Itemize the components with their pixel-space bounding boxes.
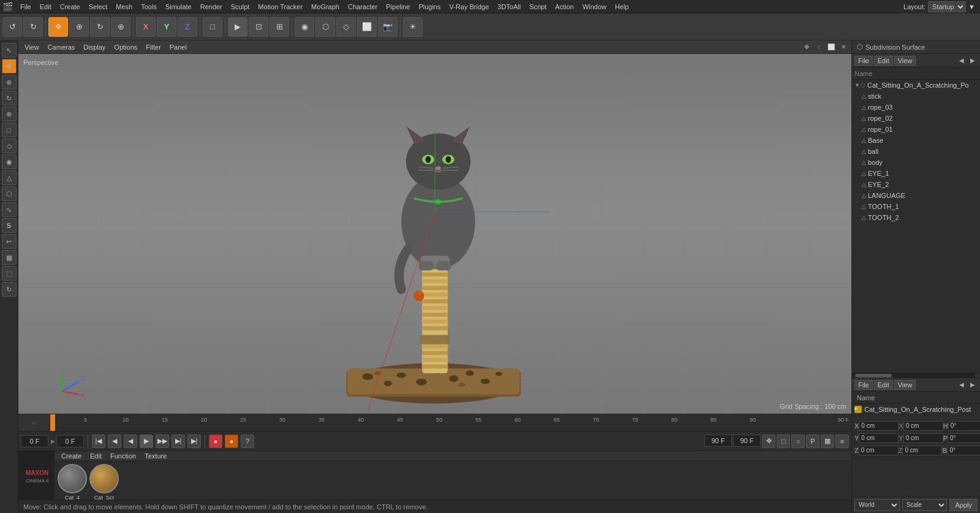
rt-edit-btn[interactable]: Edit xyxy=(874,56,893,66)
sidebar-polygon-icon[interactable]: ◇ xyxy=(2,139,17,153)
sidebar-object-icon[interactable]: □ xyxy=(2,123,17,137)
scene-row-rope01[interactable]: △ rope_01 xyxy=(852,124,980,135)
menu-pipeline[interactable]: Pipeline xyxy=(382,2,413,12)
sidebar-refresh-icon[interactable]: ↻ xyxy=(2,282,17,297)
rt-scroll-left-icon[interactable]: ◀ xyxy=(957,56,967,66)
menu-tools[interactable]: Tools xyxy=(137,2,160,12)
render-play-button[interactable]: ▶ xyxy=(228,17,247,37)
sidebar-frame-icon[interactable]: ⬚ xyxy=(2,266,17,281)
scene-tree[interactable]: ▼ ⬡ Cat_Sitting_On_A_Scratching_Po △ sti… xyxy=(852,80,980,373)
pb-grid-tool[interactable]: ▦ xyxy=(821,435,834,448)
goto-start-button[interactable]: |◀ xyxy=(92,435,105,448)
wireframe-button[interactable]: ⬡ xyxy=(315,17,335,37)
scene-row-base[interactable]: △ Base xyxy=(852,135,980,146)
menu-mesh[interactable]: Mesh xyxy=(112,2,136,12)
redo-button[interactable]: ↻ xyxy=(23,17,43,37)
axis-x-button[interactable]: X xyxy=(136,17,156,37)
sidebar-rotate-icon[interactable]: ↻ xyxy=(2,91,17,105)
attr-p-input[interactable] xyxy=(948,433,980,443)
scene-row-main[interactable]: ▼ ⬡ Cat_Sitting_On_A_Scratching_Po xyxy=(852,80,980,91)
move-tool-button[interactable]: ✥ xyxy=(48,17,68,37)
transform-button[interactable]: ⊕ xyxy=(111,17,130,37)
vp-menu-options[interactable]: Options xyxy=(110,42,141,52)
pb-circle-tool[interactable]: ○ xyxy=(791,435,805,448)
vp-menu-view[interactable]: View xyxy=(21,42,43,52)
vp-menu-display[interactable]: Display xyxy=(80,42,109,52)
prev-frame-button[interactable]: ◀ xyxy=(108,435,121,448)
attr-scroll-left-icon[interactable]: ◀ xyxy=(957,380,967,390)
layout-select[interactable]: Startup xyxy=(928,1,966,12)
viewport-config-button[interactable]: ◉ xyxy=(295,17,314,37)
menu-character[interactable]: Character xyxy=(344,2,381,12)
menu-vray[interactable]: V-Ray Bridge xyxy=(445,2,492,12)
coord-system-select[interactable]: World Object Local xyxy=(854,499,900,511)
next-frame-button[interactable]: ▶| xyxy=(172,435,185,448)
menu-help[interactable]: Help xyxy=(611,2,633,12)
end-frame-input[interactable]: 90 F xyxy=(704,435,732,447)
scene-row-language[interactable]: △ LANGUAGE xyxy=(852,190,980,201)
apply-button[interactable]: Apply xyxy=(949,499,978,511)
sidebar-move-icon[interactable]: ✥ xyxy=(2,59,17,74)
menu-mograph[interactable]: MoGraph xyxy=(307,2,343,12)
axis-z-button[interactable]: Z xyxy=(178,17,197,37)
scale-tool-button[interactable]: ⊕ xyxy=(69,17,89,37)
attr-z-input[interactable] xyxy=(859,446,899,455)
attr-y-input2[interactable] xyxy=(903,433,943,443)
vp-icon-move[interactable]: ✥ xyxy=(801,42,812,53)
rt-view-btn[interactable]: View xyxy=(894,56,916,66)
sidebar-scale-icon[interactable]: ⊕ xyxy=(2,75,17,89)
h-scrollbar-thumb[interactable] xyxy=(855,374,892,378)
play-button[interactable]: ▶ xyxy=(140,435,153,448)
attr-b-input[interactable] xyxy=(947,446,980,455)
menu-simulate[interactable]: Simulate xyxy=(162,2,195,12)
scene-row-eye1[interactable]: △ EYE_1 xyxy=(852,168,980,179)
menu-window[interactable]: Window xyxy=(579,2,610,12)
scene-row-rope02[interactable]: △ rope_02 xyxy=(852,113,980,124)
transform-mode-select[interactable]: Scale Move Rotate xyxy=(902,499,948,511)
rt-scroll-right-icon[interactable]: ▶ xyxy=(968,56,978,66)
vp-icon-up[interactable]: ↑ xyxy=(813,42,824,53)
menu-file[interactable]: File xyxy=(17,2,35,12)
vp-menu-panel[interactable]: Panel xyxy=(166,42,190,52)
pb-p-tool[interactable]: P xyxy=(806,435,820,448)
layout-dropdown-icon[interactable]: ▼ xyxy=(968,3,975,10)
current-frame-input[interactable]: 0 F xyxy=(21,435,48,447)
pb-move-tool[interactable]: ✥ xyxy=(762,435,775,448)
rotate-tool-button[interactable]: ↻ xyxy=(90,17,110,37)
object-mode-button[interactable]: □ xyxy=(203,17,222,37)
timeline[interactable]: ○ 0 5 10 15 20 25 30 35 40 45 50 55 60 6… xyxy=(18,414,851,431)
mat-menu-create[interactable]: Create xyxy=(58,451,85,461)
record-button[interactable]: ● xyxy=(209,435,222,448)
scene-row-ball[interactable]: △ ball xyxy=(852,146,980,157)
start-frame-input[interactable]: 0 F xyxy=(56,435,84,447)
sidebar-edge-icon[interactable]: ◉ xyxy=(2,154,17,169)
attr-h-input[interactable] xyxy=(948,421,980,431)
mat-menu-texture[interactable]: Texture xyxy=(141,451,170,461)
attr-y-input[interactable] xyxy=(859,433,899,443)
autokey-button[interactable]: ● xyxy=(225,435,238,448)
menu-select[interactable]: Select xyxy=(85,2,111,12)
prev-play-button[interactable]: ◀ xyxy=(124,435,137,448)
sidebar-select-icon[interactable]: ↖ xyxy=(2,43,17,58)
camera-button[interactable]: 📷 xyxy=(378,17,398,37)
menu-edit[interactable]: Edit xyxy=(36,2,55,12)
menu-sculpt[interactable]: Sculpt xyxy=(227,2,254,12)
attr-z-input2[interactable] xyxy=(902,446,942,455)
menu-plugins[interactable]: Plugins xyxy=(415,2,444,12)
attr-edit-btn[interactable]: Edit xyxy=(874,380,893,390)
sidebar-s-icon[interactable]: S xyxy=(2,218,17,233)
vp-menu-filter[interactable]: Filter xyxy=(142,42,164,52)
material-item-catscratch[interactable]: Cat_Scr xyxy=(89,464,119,501)
pb-list-tool[interactable]: ≡ xyxy=(835,435,849,448)
menu-render[interactable]: Render xyxy=(197,2,226,12)
menu-action[interactable]: Action xyxy=(551,2,578,12)
attr-view-btn[interactable]: View xyxy=(894,380,916,390)
scene-row-eye2[interactable]: △ EYE_2 xyxy=(852,179,980,190)
attr-file-btn[interactable]: File xyxy=(854,380,873,390)
vp-icon-maximize[interactable]: ⬜ xyxy=(826,42,837,53)
undo-button[interactable]: ↺ xyxy=(2,17,22,37)
attr-x-input2[interactable] xyxy=(903,421,943,431)
grid-button[interactable]: ⬜ xyxy=(357,17,377,37)
menu-motion-tracker[interactable]: Motion Tracker xyxy=(254,2,306,12)
light-button[interactable]: ☀ xyxy=(403,17,423,37)
